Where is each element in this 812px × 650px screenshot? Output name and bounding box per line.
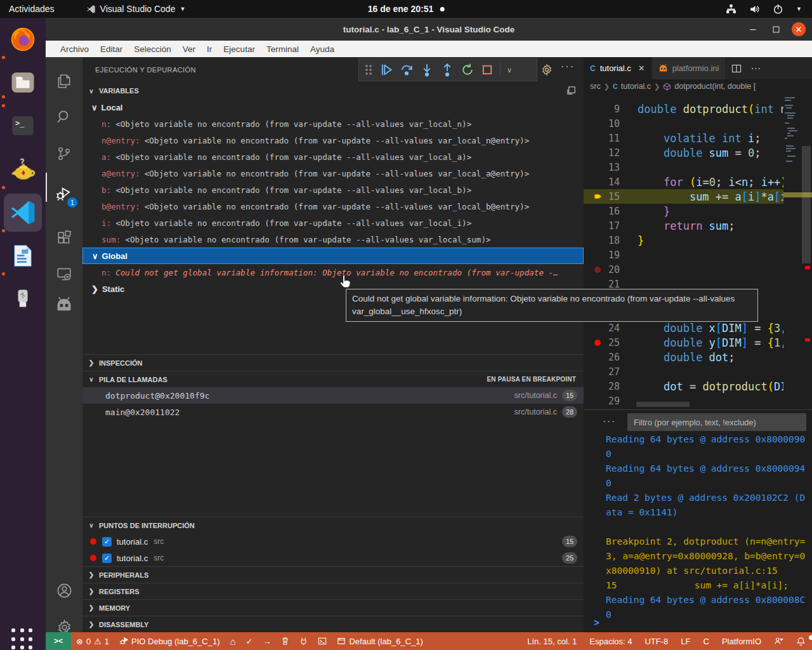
close-button[interactable]: ✕ bbox=[792, 22, 806, 36]
pio-upload-button[interactable]: → bbox=[258, 637, 276, 646]
callstack-section-header[interactable]: ∨ PILA DE LLAMADAS EN PAUSA EN BREAKPOIN… bbox=[82, 371, 584, 387]
collapse-all-icon[interactable] bbox=[566, 86, 576, 96]
restart-button[interactable] bbox=[461, 63, 475, 77]
breakpoint-checkbox[interactable]: ✓ bbox=[102, 537, 112, 547]
remote-indicator[interactable]: >< bbox=[46, 632, 71, 650]
notifications-button[interactable] bbox=[790, 637, 812, 646]
platformio-status[interactable]: PlatformIO bbox=[716, 637, 768, 646]
breakpoint-row[interactable]: ✓ tutorial.c src 25 bbox=[82, 550, 584, 566]
scope-local[interactable]: ∨ Local bbox=[82, 99, 584, 116]
horizontal-scrollbar[interactable] bbox=[636, 402, 690, 407]
breakpoint-checkbox[interactable]: ✓ bbox=[102, 554, 112, 563]
pio-build-button[interactable]: ✓ bbox=[241, 637, 258, 646]
gear-icon[interactable] bbox=[540, 63, 553, 76]
breakpoint-row[interactable]: ✓ tutorial.c src 15 bbox=[82, 533, 584, 550]
variable-row[interactable]: n@entry:<Objeto variable no encontrado (… bbox=[82, 132, 584, 149]
gutter[interactable]: 10 bbox=[584, 118, 638, 129]
step-into-button[interactable] bbox=[420, 63, 434, 77]
step-out-button[interactable] bbox=[440, 63, 454, 77]
breadcrumb-symbol[interactable]: dotproduct(int, double [ bbox=[674, 82, 756, 91]
peripherals-section-header[interactable]: ❯ PERIPHERALS bbox=[82, 566, 584, 583]
watch-section-header[interactable]: ❯ INSPECCIÓN bbox=[82, 354, 584, 371]
code-line[interactable]: 18} bbox=[584, 233, 783, 248]
network-icon[interactable] bbox=[726, 4, 737, 15]
gutter[interactable]: 25 bbox=[584, 337, 638, 348]
menu-ayuda[interactable]: Ayuda bbox=[304, 44, 340, 54]
gutter[interactable]: 27 bbox=[584, 366, 638, 378]
gutter[interactable]: 17 bbox=[584, 220, 638, 232]
problems-indicator[interactable]: ⊗0 ⚠1 bbox=[71, 637, 114, 646]
stop-button[interactable] bbox=[481, 63, 494, 76]
split-editor-icon[interactable] bbox=[731, 63, 742, 74]
breadcrumb-folder[interactable]: src bbox=[590, 82, 601, 91]
code-line[interactable]: 20 bbox=[584, 262, 783, 277]
code-line[interactable]: 24 double x[DIM] = {3, bbox=[584, 321, 783, 335]
maximize-button[interactable] bbox=[769, 22, 783, 36]
menu-ir[interactable]: Ir bbox=[201, 44, 218, 54]
variable-row-global-error[interactable]: n: Could not get global variable informa… bbox=[82, 264, 584, 281]
breakpoints-section-header[interactable]: ∨ PUNTOS DE INTERRUPCIÓN bbox=[82, 517, 584, 533]
dock-files[interactable] bbox=[8, 67, 38, 98]
gutter[interactable]: 21 bbox=[584, 279, 638, 290]
disassembly-section-header[interactable]: ❯ DISASSEMBLY bbox=[82, 616, 584, 632]
pio-terminal-button[interactable] bbox=[313, 637, 332, 646]
step-over-button[interactable] bbox=[400, 63, 414, 77]
sidebar-item-run-debug[interactable]: 1 bbox=[46, 178, 82, 209]
dock-terminal[interactable]: >_ bbox=[8, 110, 38, 141]
sidebar-item-search[interactable] bbox=[46, 102, 82, 132]
gutter[interactable]: 28 bbox=[584, 381, 638, 392]
gutter[interactable]: 29 bbox=[584, 395, 638, 407]
gutter[interactable]: 14 bbox=[584, 176, 638, 188]
volume-icon[interactable] bbox=[749, 4, 760, 15]
variable-row[interactable]: a@entry:<Objeto variable no encontrado (… bbox=[82, 165, 584, 182]
dock-libreoffice[interactable] bbox=[8, 241, 38, 271]
code-line[interactable]: 12 double sum = 0; bbox=[584, 145, 783, 160]
gutter[interactable]: 20 bbox=[584, 264, 638, 275]
memory-section-header[interactable]: ❯ MEMORY bbox=[82, 599, 584, 616]
dock-usb[interactable] bbox=[8, 283, 38, 314]
pio-env-switcher[interactable]: Default (lab_6_C_1) bbox=[332, 637, 428, 646]
variables-section-header[interactable]: ∨ VARIABLES bbox=[82, 83, 584, 99]
gutter[interactable]: 11 bbox=[584, 133, 638, 144]
window-titlebar[interactable]: tutorial.c - lab_6_C_1 - Visual Studio C… bbox=[46, 18, 812, 41]
code-line[interactable]: 27 bbox=[584, 364, 783, 379]
sidebar-item-source-control[interactable] bbox=[46, 138, 82, 169]
encoding[interactable]: UTF-8 bbox=[638, 637, 674, 646]
gutter[interactable]: 18 bbox=[584, 235, 638, 246]
gutter[interactable]: 24 bbox=[584, 322, 638, 334]
code-line[interactable]: 26 double dot; bbox=[584, 350, 783, 364]
variable-row[interactable]: sum:<Objeto variable no encontrado (from… bbox=[82, 231, 584, 248]
editor-scrollbar[interactable] bbox=[801, 93, 812, 409]
stack-frame[interactable]: dotproduct@0x20010f9c src/tutorial.c 15 bbox=[82, 387, 584, 404]
code-line[interactable]: 19 bbox=[584, 248, 783, 262]
gutter[interactable]: 19 bbox=[584, 249, 638, 261]
minimap[interactable] bbox=[783, 93, 801, 409]
breadcrumb[interactable]: src ❯ C tutorial.c ❯ dotproduct(int, dou… bbox=[584, 79, 812, 93]
show-applications-button[interactable] bbox=[11, 628, 34, 650]
code-line[interactable]: 25 double y[DIM] = {1, bbox=[584, 335, 783, 350]
indentation[interactable]: Espacios: 4 bbox=[583, 637, 638, 646]
console-filter-input[interactable]: Filtro (por ejemplo, text, !exclude) bbox=[627, 413, 806, 431]
code-line[interactable]: 15 sum += a[i]*a[i]; bbox=[584, 189, 783, 204]
console-prompt[interactable]: > bbox=[594, 617, 599, 628]
sidebar-item-platformio[interactable] bbox=[46, 289, 82, 320]
stack-frame[interactable]: main@0x20011022 src/tutorial.c 28 bbox=[82, 404, 584, 420]
tab-tutorial-c[interactable]: C tutorial.c ✕ bbox=[584, 57, 652, 79]
pio-test-button[interactable] bbox=[294, 637, 313, 646]
power-icon[interactable] bbox=[773, 4, 783, 15]
gutter[interactable]: 15 bbox=[584, 191, 638, 202]
eol-selector[interactable]: LF bbox=[674, 637, 697, 646]
scrollbar-thumb[interactable] bbox=[802, 146, 811, 263]
app-menu[interactable]: Visual Studio Code ▼ bbox=[86, 4, 186, 14]
gutter[interactable]: 12 bbox=[584, 147, 638, 159]
variable-row[interactable]: b:<Objeto variable no encontrado (from v… bbox=[82, 182, 584, 198]
clock[interactable]: 16 de ene 20:51 bbox=[368, 4, 445, 14]
code-line[interactable]: 9double dotproduct(int n bbox=[584, 102, 783, 116]
language-mode[interactable]: C bbox=[697, 637, 715, 646]
feedback-button[interactable] bbox=[768, 637, 790, 646]
dock-vscode[interactable] bbox=[8, 197, 38, 228]
code-line[interactable]: 10 bbox=[584, 116, 783, 131]
code-line[interactable]: 16 } bbox=[584, 204, 783, 218]
menu-seleccion[interactable]: Selección bbox=[128, 44, 177, 54]
pio-clean-button[interactable] bbox=[276, 637, 294, 646]
